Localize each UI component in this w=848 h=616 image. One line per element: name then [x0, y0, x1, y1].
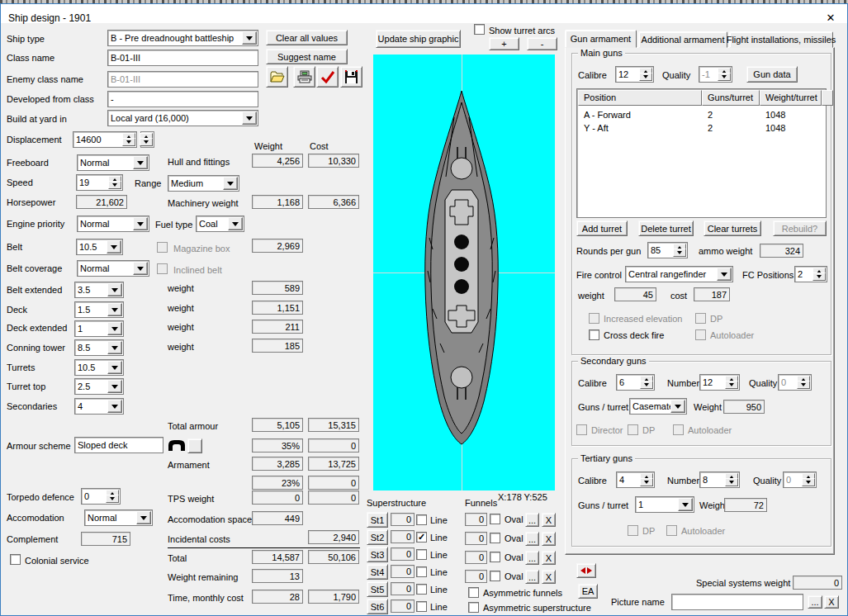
main-quality-stepper[interactable]: -1 — [699, 66, 732, 83]
displacement-coarse-stepper[interactable] — [140, 131, 154, 148]
chevron-down-icon[interactable] — [242, 31, 257, 45]
funnel2-delete-button[interactable]: X — [542, 532, 556, 546]
chevron-down-icon[interactable] — [107, 303, 122, 316]
chevron-down-icon[interactable] — [133, 217, 148, 230]
ea-button[interactable]: EA — [578, 584, 598, 599]
funnel1-browse-button[interactable]: ... — [525, 513, 539, 527]
picture-delete-button[interactable]: X — [824, 595, 839, 609]
zoom-in-button[interactable]: + — [489, 37, 519, 50]
tertiary-quality-stepper[interactable]: 0 — [783, 471, 817, 488]
chevron-down-icon[interactable] — [133, 156, 148, 169]
asymmetric-funnels-checkbox[interactable] — [468, 587, 479, 598]
funnel4-delete-button[interactable]: X — [542, 570, 556, 584]
turret-list[interactable]: Position Guns/turret Weight/turret A - F… — [576, 88, 827, 218]
main-calibre-stepper[interactable]: 12 — [615, 66, 654, 83]
show-turret-arcs-checkbox[interactable] — [474, 24, 485, 35]
funnel1-delete-button[interactable]: X — [542, 513, 556, 527]
chevron-down-icon[interactable] — [107, 341, 122, 354]
speed-stepper[interactable]: 19 — [76, 174, 123, 191]
st2-line-checkbox[interactable]: ✓ — [416, 532, 427, 543]
st2-button[interactable]: St2 — [367, 529, 388, 545]
clear-all-values-button[interactable]: Clear all values — [266, 30, 348, 45]
freeboard-dropdown[interactable]: Normal — [77, 154, 149, 171]
secondary-calibre-stepper[interactable]: 6 — [616, 374, 655, 391]
turret-row-guns[interactable]: 2 — [708, 110, 713, 121]
enemy-class-input[interactable]: B-01-III — [107, 71, 258, 88]
funnel1-oval-checkbox[interactable] — [490, 514, 500, 524]
tab-gun-armament[interactable]: Gun armament — [565, 30, 637, 48]
suggest-name-button[interactable]: Suggest name — [266, 49, 348, 64]
fc-positions-stepper[interactable]: 2 — [794, 266, 827, 282]
colonial-service-checkbox[interactable] — [10, 554, 21, 565]
spin-down-icon[interactable] — [106, 495, 119, 503]
torpedo-defence-stepper[interactable]: 0 — [81, 488, 121, 505]
spin-down-icon[interactable] — [718, 73, 731, 81]
spin-down-icon[interactable] — [673, 249, 686, 257]
chevron-down-icon[interactable] — [228, 217, 243, 230]
open-button[interactable] — [266, 66, 288, 88]
secondary-quality-stepper[interactable]: 0 — [778, 374, 812, 391]
turret-row-guns[interactable]: 2 — [708, 123, 713, 134]
funnel4-oval-checkbox[interactable] — [490, 571, 500, 581]
st3-line-checkbox[interactable] — [416, 549, 427, 560]
spin-down-icon[interactable] — [639, 73, 652, 81]
secondary-guns-turret-dropdown[interactable]: Casemates — [629, 398, 687, 415]
spin-down-icon[interactable] — [797, 381, 810, 389]
funnel2-browse-button[interactable]: ... — [525, 532, 539, 546]
st4-line-checkbox[interactable] — [416, 566, 427, 577]
accomodation-dropdown[interactable]: Normal — [84, 509, 153, 526]
tab-flight-installations[interactable]: Flight installations, missiles — [729, 31, 833, 48]
developed-from-input[interactable]: - — [107, 91, 258, 107]
fire-control-dropdown[interactable]: Central rangefinder — [625, 266, 733, 282]
add-turret-button[interactable]: Add turret — [576, 220, 628, 236]
turrets-dropdown[interactable]: 10.5 — [74, 359, 124, 376]
check-design-button[interactable] — [316, 66, 339, 88]
chevron-down-icon[interactable] — [223, 177, 238, 190]
secondary-number-stepper[interactable]: 12 — [699, 374, 740, 391]
engine-priority-dropdown[interactable]: Normal — [77, 216, 149, 232]
armour-scheme-box[interactable]: Sloped deck — [74, 437, 163, 453]
chevron-down-icon[interactable] — [133, 262, 148, 275]
cross-deck-fire-checkbox[interactable] — [589, 329, 599, 340]
belt-extended-dropdown[interactable]: 3.5 — [74, 282, 124, 298]
spin-down-icon[interactable] — [640, 478, 653, 486]
st5-line-checkbox[interactable] — [416, 584, 427, 595]
st6-line-checkbox[interactable] — [416, 601, 427, 612]
turret-row-weight[interactable]: 1048 — [765, 123, 785, 134]
deck-dropdown[interactable]: 1.5 — [74, 301, 124, 318]
range-dropdown[interactable]: Medium — [168, 175, 239, 192]
picture-browse-button[interactable]: ... — [808, 595, 822, 609]
swap-bow-stern-button[interactable] — [576, 563, 596, 578]
chevron-down-icon[interactable] — [670, 400, 685, 413]
class-name-input[interactable]: B-01-III — [107, 50, 258, 66]
column-weight-per-turret[interactable]: Weight/turret — [760, 90, 822, 106]
delete-turret-button[interactable]: Delete turret — [638, 220, 694, 236]
chevron-down-icon[interactable] — [678, 498, 693, 511]
spin-down-icon[interactable] — [140, 138, 153, 146]
st4-button[interactable]: St4 — [367, 564, 388, 580]
fuel-type-dropdown[interactable]: Coal — [196, 216, 244, 232]
column-guns-per-turret[interactable]: Guns/turret — [702, 90, 760, 106]
spin-down-icon[interactable] — [122, 138, 135, 146]
spin-down-icon[interactable] — [812, 272, 826, 281]
print-button[interactable] — [293, 66, 315, 88]
tertiary-guns-turret-dropdown[interactable]: 1 — [635, 496, 694, 513]
displacement-stepper[interactable]: 14600 — [73, 131, 137, 148]
chevron-down-icon[interactable] — [717, 268, 732, 281]
picture-name-input[interactable] — [671, 594, 803, 610]
belt-coverage-dropdown[interactable]: Normal — [77, 260, 149, 277]
st1-button[interactable]: St1 — [367, 512, 388, 528]
update-ship-graphic-button[interactable]: Update ship graphic — [376, 30, 461, 48]
spin-down-icon[interactable] — [108, 181, 121, 189]
conning-tower-dropdown[interactable]: 8.5 — [74, 339, 124, 356]
st5-button[interactable]: St5 — [367, 581, 388, 597]
title-bar[interactable]: Ship design - 1901 — [1, 4, 847, 23]
chevron-down-icon[interactable] — [242, 111, 257, 125]
secondaries-dropdown[interactable]: 4 — [74, 398, 124, 415]
turret-row-position[interactable]: Y - Aft — [584, 123, 609, 134]
funnel3-delete-button[interactable]: X — [542, 551, 556, 565]
chevron-down-icon[interactable] — [107, 361, 122, 374]
build-yard-dropdown[interactable]: Local yard (16,000) — [107, 110, 258, 126]
column-position[interactable]: Position — [578, 90, 702, 106]
spin-down-icon[interactable] — [640, 381, 653, 389]
